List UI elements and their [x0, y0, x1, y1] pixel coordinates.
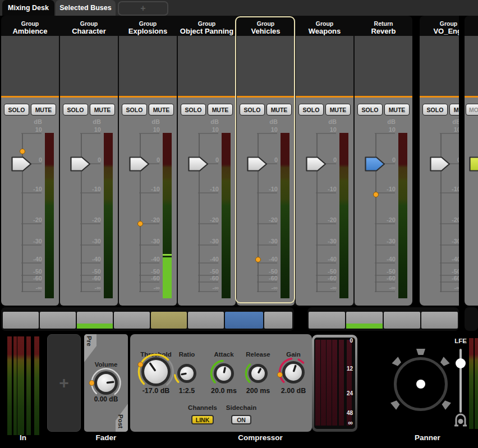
scale-tick	[440, 262, 459, 264]
db-unit-label: dB	[76, 118, 101, 126]
channels-link-button[interactable]: LINK	[191, 415, 214, 424]
fader-handle[interactable]	[365, 156, 385, 172]
ratio-knob[interactable]	[171, 358, 203, 389]
mute-button[interactable]: MUTE	[384, 104, 410, 116]
strip-name: Ambience	[1, 27, 59, 35]
scale-tick-label: -60	[370, 275, 396, 282]
solo-button[interactable]: SOLO	[298, 104, 324, 116]
solo-button[interactable]: SOLO	[357, 104, 383, 116]
mono-button[interactable]: MO	[466, 104, 478, 116]
overview-block-meter	[77, 324, 113, 329]
gr-scale-label: 0	[337, 338, 353, 344]
overview-block[interactable]	[309, 312, 345, 329]
solo-button[interactable]: SOLO	[422, 104, 448, 116]
overview-block[interactable]	[225, 312, 263, 329]
solo-button[interactable]: SOLO	[122, 104, 147, 116]
strip-body	[465, 98, 478, 306]
scale-tick-label: 10	[370, 126, 396, 133]
scale-tick-label: -∞	[76, 284, 101, 292]
subwoofer-icon	[452, 412, 469, 427]
mute-button[interactable]: MUTE	[149, 104, 174, 116]
scale-tick-label: -60	[17, 275, 42, 282]
overview-block[interactable]	[114, 312, 150, 329]
release-knob[interactable]	[242, 358, 274, 389]
tab-mixing-desk[interactable]: Mixing Desk	[2, 0, 54, 16]
strip-contents-area	[178, 36, 236, 96]
fader-handle[interactable]	[430, 156, 451, 172]
plus-icon: +	[59, 373, 69, 392]
scale-tick	[21, 133, 42, 134]
volume-indicator-dot	[373, 192, 379, 197]
strip-contents-area	[420, 36, 459, 96]
overview-block[interactable]	[264, 312, 292, 329]
overview-block[interactable]	[188, 312, 224, 329]
mute-button[interactable]: MUTE	[90, 104, 115, 116]
strip-name: Reverb	[355, 27, 412, 35]
fader-section-label: Fader	[84, 433, 128, 442]
speaker-rear-right-icon	[440, 399, 451, 410]
gain-knob[interactable]	[276, 355, 311, 390]
solo-button[interactable]: SOLO	[181, 104, 206, 116]
overview-block[interactable]	[346, 312, 383, 329]
scale-tick	[80, 281, 100, 283]
gain-reduction-bar	[327, 340, 332, 426]
overview-block[interactable]	[3, 312, 39, 329]
fader-handle[interactable]	[469, 156, 478, 172]
input-meter-bar	[26, 336, 31, 435]
scale-tick	[316, 281, 336, 283]
scale-tick	[257, 281, 277, 283]
add-tab-button[interactable]: +	[118, 1, 168, 16]
db-unit-label: dB	[370, 118, 396, 126]
overview-block[interactable]	[40, 312, 76, 329]
sidechain-on-button[interactable]: ON	[231, 415, 251, 424]
scale-tick-label: -∞	[252, 284, 278, 292]
fader-handle[interactable]	[11, 156, 32, 172]
overview-block[interactable]	[151, 312, 187, 329]
level-meter-peak	[163, 254, 172, 256]
level-meter	[45, 133, 54, 298]
scale-tick-label: 10	[135, 126, 160, 133]
mute-button[interactable]: MUTE	[31, 104, 56, 116]
level-meter	[339, 133, 348, 298]
scale-tick	[139, 291, 159, 292]
gr-scale-label: 48	[337, 410, 353, 416]
db-unit-label: dB	[435, 118, 459, 126]
fader-handle[interactable]	[306, 156, 327, 172]
scale-tick	[440, 281, 459, 283]
scale-tick	[198, 262, 218, 264]
volume-indicator-dot	[137, 221, 143, 227]
overview-block[interactable]	[384, 312, 420, 329]
scale-tick-label: -∞	[435, 284, 459, 292]
compressor-section-label: Compressor	[221, 433, 300, 442]
solo-button[interactable]: SOLO	[4, 104, 29, 116]
fader-handle[interactable]	[188, 156, 209, 172]
scale-tick-label: -∞	[17, 284, 42, 292]
scale-tick-label: -20	[17, 216, 42, 224]
scale-tick-label: 10	[435, 126, 459, 133]
scale-tick-label: -40	[370, 256, 396, 263]
scale-tick-label: -10	[435, 186, 459, 193]
gr-scale-label: 24	[337, 390, 353, 396]
fader-handle[interactable]	[70, 156, 91, 172]
input-meter-bar	[7, 336, 12, 435]
overview-block[interactable]	[77, 312, 113, 329]
mute-button[interactable]: MUTE	[449, 104, 459, 116]
overview-block[interactable]	[421, 312, 458, 329]
mute-button[interactable]: MUTE	[266, 104, 292, 116]
mute-button[interactable]: MUTE	[325, 104, 351, 116]
strip-contents-area	[237, 36, 295, 96]
scale-tick	[80, 262, 100, 264]
pan-position-dot	[416, 380, 425, 389]
lfe-slider-handle[interactable]	[456, 358, 466, 368]
insert-effect-slot[interactable]: +	[47, 334, 81, 432]
attack-knob[interactable]	[208, 357, 240, 390]
solo-button[interactable]: SOLO	[240, 104, 265, 116]
level-meter	[398, 133, 407, 298]
level-meter	[163, 133, 172, 298]
fader-handle[interactable]	[129, 156, 150, 172]
scale-tick-label: -20	[311, 216, 337, 224]
mute-button[interactable]: MUTE	[208, 104, 233, 116]
fader-handle[interactable]	[247, 156, 268, 172]
solo-button[interactable]: SOLO	[63, 104, 88, 116]
tab-selected-buses[interactable]: Selected Buses	[56, 0, 116, 16]
